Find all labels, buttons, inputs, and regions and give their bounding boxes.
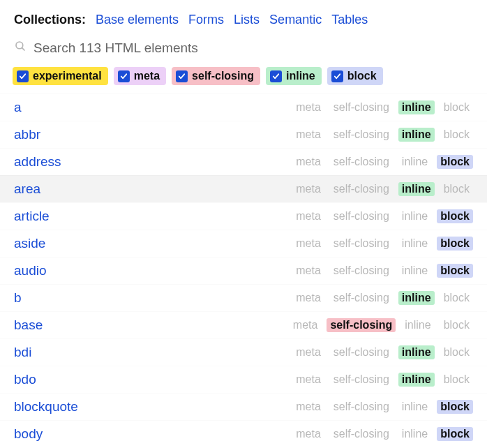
- filter-meta[interactable]: meta: [114, 67, 166, 85]
- tag-inline: inline: [398, 128, 435, 142]
- tag-meta: meta: [290, 318, 322, 332]
- tag-meta: meta: [292, 100, 324, 114]
- tag-block: block: [440, 345, 473, 359]
- collection-link-semantic[interactable]: Semantic: [269, 13, 322, 27]
- element-name-link[interactable]: article: [14, 209, 292, 224]
- tag-meta: meta: [292, 345, 324, 359]
- element-tags: metaself-closinginlineblock: [290, 318, 473, 332]
- checkbox-icon: [331, 70, 343, 82]
- tag-block: block: [437, 237, 473, 251]
- tag-meta: meta: [292, 237, 324, 251]
- filter-experimental[interactable]: experimental: [13, 67, 108, 85]
- element-name-link[interactable]: a: [14, 100, 292, 115]
- tag-inline: inline: [398, 100, 435, 114]
- element-row[interactable]: areametaself-closinginlineblock: [0, 175, 487, 202]
- element-row[interactable]: bmetaself-closinginlineblock: [0, 284, 487, 311]
- filter-label: experimental: [33, 70, 102, 82]
- tag-inline: inline: [398, 264, 431, 278]
- collection-link-forms[interactable]: Forms: [188, 13, 224, 27]
- element-name-link[interactable]: abbr: [14, 127, 292, 142]
- element-row[interactable]: audiometaself-closinginlineblock: [0, 257, 487, 284]
- element-tags: metaself-closinginlineblock: [292, 237, 473, 251]
- tag-block: block: [437, 155, 473, 169]
- tag-meta: meta: [292, 264, 324, 278]
- element-row[interactable]: bdometaself-closinginlineblock: [0, 366, 487, 393]
- element-tags: metaself-closinginlineblock: [292, 427, 473, 441]
- tag-inline: inline: [398, 182, 435, 196]
- element-name-link[interactable]: body: [14, 426, 292, 442]
- tag-meta: meta: [292, 182, 324, 196]
- search-icon: [14, 40, 27, 56]
- element-tags: metaself-closinginlineblock: [292, 345, 473, 359]
- element-tags: metaself-closinginlineblock: [292, 400, 473, 414]
- element-tags: metaself-closinginlineblock: [292, 100, 473, 114]
- tag-self-closing: self-closing: [330, 427, 393, 441]
- tag-meta: meta: [292, 155, 324, 169]
- collection-link-base-elements[interactable]: Base elements: [96, 13, 179, 27]
- filter-label: meta: [134, 70, 160, 82]
- tag-meta: meta: [292, 427, 324, 441]
- tag-meta: meta: [292, 128, 324, 142]
- tag-inline: inline: [398, 427, 431, 441]
- tag-block: block: [440, 373, 473, 387]
- collection-link-lists[interactable]: Lists: [234, 13, 260, 27]
- element-row[interactable]: addressmetaself-closinginlineblock: [0, 148, 487, 175]
- tag-block: block: [437, 264, 473, 278]
- element-tags: metaself-closinginlineblock: [292, 128, 473, 142]
- tag-self-closing: self-closing: [330, 128, 393, 142]
- tag-inline: inline: [398, 155, 431, 169]
- tag-block: block: [440, 291, 473, 305]
- filter-label: self-closing: [192, 70, 254, 82]
- filter-selfclosing[interactable]: self-closing: [172, 67, 260, 85]
- checkbox-icon: [17, 70, 29, 82]
- element-tags: metaself-closinginlineblock: [292, 291, 473, 305]
- element-row[interactable]: ametaself-closinginlineblock: [0, 94, 487, 121]
- tag-block: block: [440, 182, 473, 196]
- element-name-link[interactable]: blockquote: [14, 399, 292, 415]
- tag-block: block: [440, 100, 473, 114]
- element-row[interactable]: articlemetaself-closinginlineblock: [0, 202, 487, 230]
- filter-row: experimentalmetaself-closinginlineblock: [0, 63, 487, 94]
- tag-self-closing: self-closing: [330, 237, 393, 251]
- tag-block: block: [437, 209, 473, 223]
- element-tags: metaself-closinginlineblock: [292, 209, 473, 223]
- element-name-link[interactable]: b: [14, 290, 292, 306]
- search-input[interactable]: [33, 40, 473, 56]
- element-tags: metaself-closinginlineblock: [292, 373, 473, 387]
- element-name-link[interactable]: audio: [14, 263, 292, 278]
- element-row[interactable]: basemetaself-closinginlineblock: [0, 311, 487, 338]
- tag-inline: inline: [398, 400, 431, 414]
- element-tags: metaself-closinginlineblock: [292, 155, 473, 169]
- filter-label: inline: [286, 70, 315, 82]
- element-tags: metaself-closinginlineblock: [292, 182, 473, 196]
- tag-self-closing: self-closing: [330, 182, 393, 196]
- tag-inline: inline: [398, 209, 431, 223]
- element-row[interactable]: asidemetaself-closinginlineblock: [0, 230, 487, 257]
- svg-line-1: [22, 47, 24, 50]
- checkbox-icon: [176, 70, 188, 82]
- tag-inline: inline: [398, 291, 435, 305]
- collections-header: Collections: Base elements Forms Lists S…: [0, 0, 487, 36]
- element-name-link[interactable]: area: [14, 181, 292, 197]
- collections-label: Collections:: [14, 13, 86, 27]
- tag-self-closing: self-closing: [330, 100, 393, 114]
- filter-inline[interactable]: inline: [266, 67, 322, 85]
- element-row[interactable]: bodymetaself-closinginlineblock: [0, 420, 487, 447]
- tag-inline: inline: [401, 318, 434, 332]
- element-row[interactable]: abbrmetaself-closinginlineblock: [0, 121, 487, 148]
- tag-block: block: [440, 128, 473, 142]
- tag-meta: meta: [292, 400, 324, 414]
- filter-block[interactable]: block: [327, 67, 383, 85]
- element-row[interactable]: bdimetaself-closinginlineblock: [0, 338, 487, 366]
- element-row[interactable]: blockquotemetaself-closinginlineblock: [0, 393, 487, 420]
- element-name-link[interactable]: bdi: [14, 345, 292, 360]
- tag-self-closing: self-closing: [330, 373, 393, 387]
- tag-inline: inline: [398, 345, 435, 359]
- element-name-link[interactable]: bdo: [14, 372, 292, 387]
- collection-link-tables[interactable]: Tables: [331, 13, 368, 27]
- tag-self-closing: self-closing: [330, 400, 393, 414]
- element-name-link[interactable]: address: [14, 154, 292, 170]
- element-name-link[interactable]: aside: [14, 236, 292, 251]
- tag-self-closing: self-closing: [327, 318, 396, 332]
- element-name-link[interactable]: base: [14, 318, 290, 333]
